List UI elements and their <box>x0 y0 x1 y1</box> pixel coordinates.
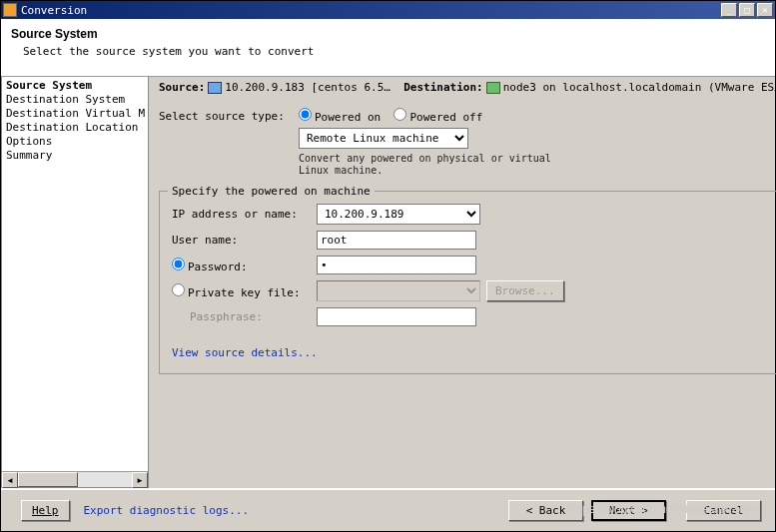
powered-on-label: Powered on <box>315 111 381 124</box>
passphrase-label: Passphrase: <box>172 310 317 323</box>
minimize-button[interactable]: _ <box>721 3 737 17</box>
machine-type-hint: Convert any powered on physical or virtu… <box>299 153 776 177</box>
server-icon <box>486 82 500 94</box>
fieldset-legend: Specify the powered on machine <box>168 185 375 198</box>
scroll-left-icon[interactable]: ◄ <box>2 472 18 488</box>
sidebar-scrollbar[interactable]: ◄ ► <box>2 471 148 487</box>
username-label: User name: <box>172 234 317 247</box>
private-key-radio[interactable] <box>172 283 185 296</box>
powered-off-radio[interactable]: Powered off <box>393 108 482 124</box>
powered-off-label: Powered off <box>409 111 482 124</box>
sidebar-item-destination-location[interactable]: Destination Location <box>6 121 144 135</box>
help-button[interactable]: Help <box>21 500 70 521</box>
conversion-window: Conversion _ □ × Source System Select th… <box>0 0 776 532</box>
main-area: Source System Destination System Destina… <box>1 77 775 488</box>
titlebar: Conversion _ □ × <box>1 1 775 19</box>
browse-button: Browse... <box>486 280 564 301</box>
scroll-right-icon[interactable]: ► <box>132 472 148 488</box>
powered-on-machine-fieldset: Specify the powered on machine IP addres… <box>159 191 776 374</box>
sidebar-item-summary[interactable]: Summary <box>6 149 144 163</box>
passphrase-row: Passphrase: <box>172 307 774 326</box>
page-subtitle: Select the source system you want to con… <box>11 45 765 58</box>
password-row: Password: <box>172 256 774 274</box>
select-source-type-label: Select source type: <box>159 110 299 123</box>
sidebar-item-options[interactable]: Options <box>6 135 144 149</box>
footer: Help Export diagnostic logs... < Back Ne… <box>1 488 775 531</box>
private-key-file-input <box>317 280 480 301</box>
powered-off-radio-input[interactable] <box>393 108 406 121</box>
username-row: User name: <box>172 231 774 250</box>
source-dest-summary: Source: 10.200.9.183 [centos 6.5… Destin… <box>159 81 776 94</box>
maximize-button[interactable]: □ <box>739 3 755 17</box>
password-input[interactable] <box>317 256 476 274</box>
view-source-details-link[interactable]: View source details... <box>172 346 318 359</box>
window-controls: _ □ × <box>721 3 773 17</box>
private-key-radio-label[interactable]: Private key file: <box>172 283 317 299</box>
back-button[interactable]: < Back <box>508 500 583 521</box>
sidebar-item-source-system[interactable]: Source System <box>6 79 144 93</box>
sidebar-item-destination-system[interactable]: Destination System <box>6 93 144 107</box>
content-pane: Source: 10.200.9.183 [centos 6.5… Destin… <box>149 77 776 488</box>
username-input[interactable] <box>317 231 476 250</box>
scroll-thumb[interactable] <box>18 472 78 487</box>
password-radio[interactable] <box>172 258 185 270</box>
scroll-track[interactable] <box>18 472 132 487</box>
cancel-button[interactable]: Cancel <box>686 500 761 521</box>
ip-row: IP address or name: 10.200.9.189 <box>172 204 774 225</box>
select-source-type-row: Select source type: Powered on Powered o… <box>159 108 776 124</box>
powered-on-radio[interactable]: Powered on <box>299 108 381 124</box>
destination-label: Destination: <box>403 81 482 94</box>
machine-type-select[interactable]: Remote Linux machine <box>299 128 468 149</box>
next-button[interactable]: Next > <box>591 500 666 521</box>
ip-address-input[interactable]: 10.200.9.189 <box>317 204 480 225</box>
sidebar-item-destination-vm[interactable]: Destination Virtual M <box>6 107 144 121</box>
export-logs-link[interactable]: Export diagnostic logs... <box>84 504 250 517</box>
sidebar-items: Source System Destination System Destina… <box>2 77 148 471</box>
wizard-steps-sidebar: Source System Destination System Destina… <box>1 77 149 488</box>
window-title: Conversion <box>21 4 721 17</box>
page-title: Source System <box>11 27 765 41</box>
close-button[interactable]: × <box>757 3 773 17</box>
source-label: Source: <box>159 81 205 94</box>
app-icon <box>3 3 17 17</box>
passphrase-input <box>317 307 476 326</box>
source-value: 10.200.9.183 [centos 6.5… <box>225 81 390 94</box>
computer-icon <box>208 82 222 94</box>
password-label: Password: <box>188 261 248 273</box>
password-radio-label[interactable]: Password: <box>172 258 317 273</box>
header-pane: Source System Select the source system y… <box>1 19 775 77</box>
private-key-label: Private key file: <box>188 286 301 299</box>
ip-label: IP address or name: <box>172 208 317 221</box>
destination-value: node3 on localhost.localdomain (VMware E… <box>503 81 776 94</box>
machine-type-row: Remote Linux machine <box>159 128 776 149</box>
private-key-row: Private key file: Browse... <box>172 280 774 301</box>
powered-on-radio-input[interactable] <box>299 108 312 121</box>
